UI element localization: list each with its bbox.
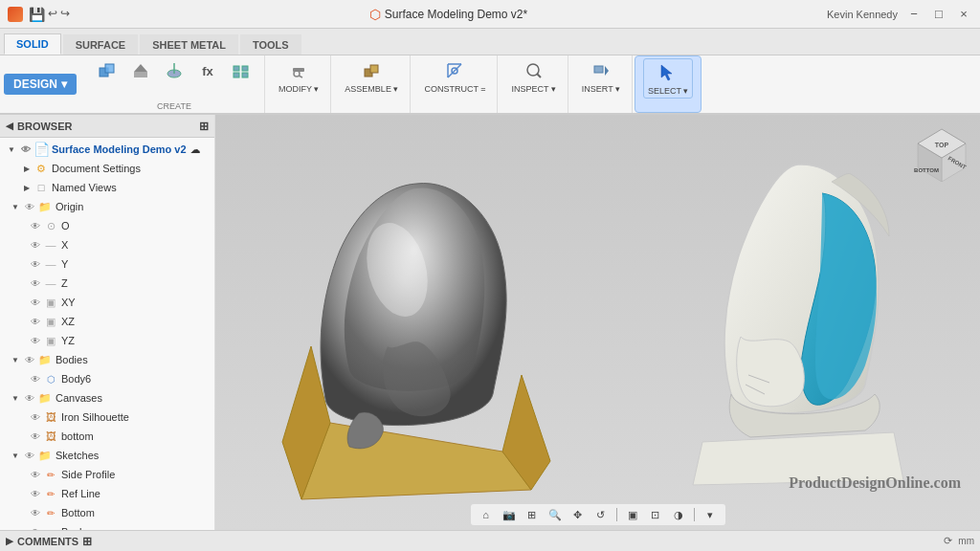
document-title: Surface Modeling Demo v2* xyxy=(385,8,527,21)
sketches-visibility-icon[interactable]: 👁 xyxy=(23,449,36,462)
bottom-sketch-visibility-icon[interactable]: 👁 xyxy=(29,506,42,519)
back-visibility-icon[interactable]: 👁 xyxy=(29,525,42,530)
X-visibility-icon[interactable]: 👁 xyxy=(29,238,42,252)
bodies-visibility-icon[interactable]: 👁 xyxy=(23,353,36,366)
canvases-visibility-icon[interactable]: 👁 xyxy=(23,391,36,405)
Z-visibility-icon[interactable]: 👁 xyxy=(29,276,42,290)
more-create-button[interactable] xyxy=(226,57,256,84)
tree-item-O[interactable]: 👁 ⊙ O xyxy=(0,216,214,235)
doc-settings-expand-icon[interactable]: ▶ xyxy=(21,163,33,174)
viewport-tool-zoom-fit[interactable]: ⊞ xyxy=(523,506,542,523)
tree-item-side-profile[interactable]: 👁 ✏ Side Profile xyxy=(0,465,214,484)
tree-item-named-views[interactable]: ▶ □ Named Views xyxy=(0,178,214,197)
construct-dropdown-button[interactable]: CONSTRUCT = xyxy=(420,57,489,96)
undo-icon[interactable]: ↩ xyxy=(48,7,57,22)
insert-dropdown-button[interactable]: INSERT ▾ xyxy=(578,57,624,96)
maximize-button[interactable]: □ xyxy=(930,6,947,23)
browser-header: ◀ BROWSER ⊞ xyxy=(0,115,214,138)
save-icon[interactable]: 💾 xyxy=(29,7,45,22)
O-visibility-icon[interactable]: 👁 xyxy=(29,219,42,232)
modify-dropdown-button[interactable]: MODIFY ▾ xyxy=(275,57,323,96)
YZ-visibility-icon[interactable]: 👁 xyxy=(29,334,42,347)
select-dropdown-button[interactable]: SELECT ▾ xyxy=(643,58,693,99)
construct-buttons: CONSTRUCT = xyxy=(420,57,489,96)
origin-visibility-icon[interactable]: 👁 xyxy=(23,200,36,213)
viewport-tool-grid[interactable]: ⊡ xyxy=(646,506,665,523)
browser-options-icon[interactable]: ⊞ xyxy=(199,120,209,133)
named-views-expand-icon[interactable]: ▶ xyxy=(21,182,33,193)
tree-item-ref-line[interactable]: 👁 ✏ Ref Line xyxy=(0,484,214,503)
bottom-canvas-visibility-icon[interactable]: 👁 xyxy=(29,430,42,443)
iron-sil-label: Iron Silhouette xyxy=(61,411,129,423)
origin-expand-icon[interactable]: ▼ xyxy=(10,201,21,212)
tree-item-bottom-sketch[interactable]: 👁 ✏ Bottom xyxy=(0,503,214,522)
tree-item-bottom-canvas[interactable]: 👁 🖼 bottom xyxy=(0,427,214,446)
tree-item-body6[interactable]: 👁 ⬡ Body6 xyxy=(0,369,214,388)
XY-label: XY xyxy=(61,297,76,308)
tree-item-iron-silhouette[interactable]: 👁 🖼 Iron Silhouette xyxy=(0,408,214,427)
viewport-tool-divider2 xyxy=(694,508,695,521)
viewport-tool-home[interactable]: ⌂ xyxy=(477,506,496,523)
tree-item-sketches[interactable]: ▼ 👁 📁 Sketches xyxy=(0,446,214,465)
svg-rect-5 xyxy=(234,66,239,71)
status-bar-right: ⟳ mm xyxy=(944,535,974,547)
Y-visibility-icon[interactable]: 👁 xyxy=(29,257,42,271)
canvases-expand-icon[interactable]: ▼ xyxy=(10,392,21,404)
close-button[interactable]: × xyxy=(955,6,972,23)
fx-button[interactable]: fx xyxy=(192,57,223,84)
svg-marker-22 xyxy=(661,65,672,80)
XY-visibility-icon[interactable]: 👁 xyxy=(29,296,42,309)
viewport-tool-more[interactable]: ▾ xyxy=(701,506,720,523)
user-name: Kevin Kennedy xyxy=(827,9,898,20)
viewport-tool-pan[interactable]: ✥ xyxy=(568,506,588,523)
body6-visibility-icon[interactable]: 👁 xyxy=(29,372,42,386)
viewport-tool-display[interactable]: ▣ xyxy=(623,506,642,523)
tab-solid[interactable]: SOLID xyxy=(4,33,61,55)
tree-item-canvases[interactable]: ▼ 👁 📁 Canvases xyxy=(0,388,214,408)
tree-item-bodies[interactable]: ▼ 👁 📁 Bodies xyxy=(0,350,214,369)
sketches-expand-icon[interactable]: ▼ xyxy=(10,450,21,461)
tree-item-root[interactable]: ▼ 👁 📄 Surface Modeling Demo v2 ☁ xyxy=(0,140,214,159)
assemble-dropdown-button[interactable]: ASSEMBLE ▾ xyxy=(341,57,402,96)
root-expand-icon[interactable]: ▼ xyxy=(6,143,17,155)
tree-item-doc-settings[interactable]: ▶ ⚙ Document Settings xyxy=(0,159,214,178)
tree-item-XY[interactable]: 👁 ▣ XY xyxy=(0,293,214,312)
viewport-tool-zoom-in[interactable]: 🔍 xyxy=(546,506,565,523)
tree-item-origin[interactable]: ▼ 👁 📁 Origin xyxy=(0,197,214,216)
new-component-button[interactable] xyxy=(92,57,122,84)
tab-surface[interactable]: SURFACE xyxy=(63,34,139,55)
revolve-button[interactable] xyxy=(159,57,189,84)
tree-item-XZ[interactable]: 👁 ▣ XZ xyxy=(0,312,214,331)
comments-expand-icon[interactable]: ▶ xyxy=(6,536,13,546)
redo-icon[interactable]: ↪ xyxy=(60,7,70,22)
viewport-tool-camera[interactable]: 📷 xyxy=(500,506,519,523)
tree-item-back[interactable]: 👁 ✏ Back xyxy=(0,522,214,530)
iron-sil-visibility-icon[interactable]: 👁 xyxy=(29,410,42,424)
browser-expand-icon[interactable]: ◀ xyxy=(6,121,13,131)
viewport[interactable]: TOP FRONT BOTTOM xyxy=(215,115,980,530)
side-profile-icon: ✏ xyxy=(44,468,57,481)
minimize-button[interactable]: − xyxy=(905,6,923,23)
viewport-tool-orbit[interactable]: ↺ xyxy=(591,506,611,523)
svg-rect-2 xyxy=(134,72,147,77)
ref-line-label: Ref Line xyxy=(61,488,100,499)
side-profile-visibility-icon[interactable]: 👁 xyxy=(29,468,42,481)
comments-options-icon[interactable]: ⊞ xyxy=(82,535,92,548)
Z-label: Z xyxy=(61,277,68,289)
tab-sheet-metal[interactable]: SHEET METAL xyxy=(140,34,238,55)
tree-item-X[interactable]: 👁 — X xyxy=(0,235,214,254)
tree-item-Y[interactable]: 👁 — Y xyxy=(0,254,214,274)
extrude-button[interactable] xyxy=(125,57,156,84)
modify-label: MODIFY ▾ xyxy=(278,84,319,94)
ref-line-visibility-icon[interactable]: 👁 xyxy=(29,487,42,500)
bodies-expand-icon[interactable]: ▼ xyxy=(10,354,21,365)
design-dropdown-button[interactable]: DESIGN ▾ xyxy=(4,74,77,95)
tab-tools[interactable]: TOOLS xyxy=(240,34,301,55)
root-visibility-icon[interactable]: 👁 xyxy=(19,143,33,156)
tree-item-YZ[interactable]: 👁 ▣ YZ xyxy=(0,331,214,350)
viewport-tool-shadows[interactable]: ◑ xyxy=(669,506,688,523)
construct-icon xyxy=(443,59,466,82)
XZ-visibility-icon[interactable]: 👁 xyxy=(29,315,42,328)
inspect-dropdown-button[interactable]: INSPECT ▾ xyxy=(507,57,559,96)
tree-item-Z[interactable]: 👁 — Z xyxy=(0,274,214,293)
